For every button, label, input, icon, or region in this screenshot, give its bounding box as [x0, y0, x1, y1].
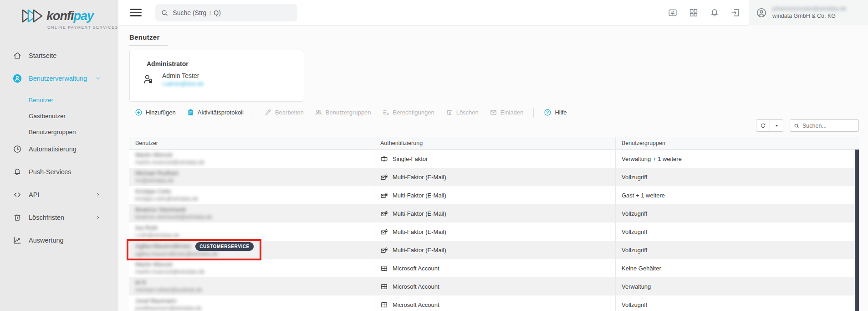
toolbar-loeschen-button: Löschen — [440, 106, 484, 119]
table-search-icon — [794, 123, 799, 129]
workspace-switch-icon[interactable] — [668, 8, 678, 18]
app-grid-icon[interactable] — [689, 8, 699, 18]
page-title: Benutzer — [129, 33, 868, 41]
caret-down-icon — [773, 122, 780, 129]
table-row[interactable]: Josef Baumann josefbaumann@windata.de Mi… — [129, 295, 859, 311]
table-row[interactable]: Aglika Mauersdbroes CUSTOMERSERVICE agli… — [129, 241, 859, 259]
auth-cell: Microsoft Account — [374, 295, 615, 311]
global-search-input[interactable] — [173, 9, 292, 16]
avatar-icon — [756, 7, 767, 18]
table-row[interactable]: Kristijan Celis kristijan.celis@windata.… — [129, 186, 859, 204]
auth-cell: Multi-Faktor (E-Mail) — [374, 241, 615, 259]
bell-icon — [13, 167, 22, 176]
table-row[interactable]: M R michael.ruthart@outlook.de Microsoft… — [129, 277, 859, 295]
groups-cell: Gast + 1 weitere — [615, 186, 859, 204]
user-circle-icon — [13, 74, 22, 83]
admin-email-redacted[interactable]: t.admin@test.de — [162, 81, 204, 87]
user-name-redacted: M R — [135, 279, 146, 287]
user-email-redacted: josefbaumann@windata.de — [135, 305, 202, 311]
toolbar-aktivitaetsprotokoll-button[interactable]: Aktivitätsprotokoll — [181, 106, 249, 119]
groups-cell: Vollzugriff — [615, 223, 859, 241]
refresh-options-button[interactable] — [770, 120, 783, 131]
table-row[interactable]: Beatrice Steinhardt beatrice.steinhardt@… — [129, 204, 859, 223]
auth-mfa-icon — [380, 192, 388, 199]
main-content: Benutzer Administrator Admin Tester t.ad… — [118, 26, 868, 311]
home-icon — [13, 51, 22, 60]
title-underline — [129, 45, 168, 46]
user-email-redacted: michael.ruthart@outlook.de — [135, 287, 202, 294]
person-lock-icon — [142, 73, 154, 85]
logout-icon[interactable] — [730, 8, 740, 18]
sidebar-item-benutzerverwaltung[interactable]: Benutzerverwaltung — [0, 69, 118, 88]
sidebar-item-loeschfristen[interactable]: Löschfristen — [0, 208, 118, 227]
sidebar-item-automatisierung[interactable]: Automatisierung — [0, 140, 118, 158]
column-header-0[interactable]: Benutzer — [129, 137, 374, 149]
admin-name: Admin Tester — [162, 72, 204, 79]
sidebar-item-api[interactable]: API — [0, 186, 118, 204]
toolbar-hilfe-button[interactable]: Hilfe — [538, 106, 572, 119]
user-name-redacted: Josef Baumann — [135, 297, 176, 305]
groups-cell: Keine Gehälter — [615, 259, 859, 277]
logo-triangles-icon — [21, 7, 45, 25]
table-search-input[interactable] — [802, 123, 855, 129]
administrator-card-title: Administrator — [147, 60, 304, 67]
auth-microsoft-icon — [380, 301, 388, 309]
table-header: BenutzerAuthentifizierungBenutzergruppen — [129, 137, 859, 150]
user-name-redacted: Michael Rudhart — [135, 170, 179, 177]
table-row[interactable]: Ina Roth i.roth@windata.de Multi-Faktor … — [129, 223, 859, 241]
auth-cell: Multi-Faktor (E-Mail) — [374, 204, 615, 223]
user-name-redacted: Ina Roth — [135, 224, 158, 232]
trash-icon — [445, 109, 453, 116]
code-icon — [13, 190, 22, 199]
notifications-icon[interactable] — [710, 8, 720, 18]
menu-toggle-icon[interactable] — [130, 7, 142, 18]
user-name-redacted: Aglika Mauersdbroes — [135, 243, 191, 250]
user-menu[interactable]: johannesmuster@windata.de windata GmbH &… — [749, 0, 868, 26]
groups-cell: Verwaltung + 1 weitere — [615, 150, 859, 168]
sidebar-item-push-services[interactable]: Push-Services — [0, 163, 118, 181]
user-cell: M R michael.ruthart@outlook.de — [129, 277, 374, 295]
refresh-button[interactable] — [756, 120, 770, 131]
table-row[interactable]: Michael Rudhart mr@windata.de Multi-Fakt… — [129, 168, 859, 186]
table-search[interactable] — [790, 119, 859, 132]
auth-cell: Multi-Faktor (E-Mail) — [374, 223, 615, 241]
auth-cell: Single-Faktor — [374, 150, 615, 168]
toolbar-hinzufuegen-button[interactable]: Hinzufügen — [129, 106, 181, 119]
toolbar-divider — [533, 108, 534, 118]
auth-microsoft-icon — [380, 283, 388, 290]
konfipay-logo: konfipay ONLINE PAYMENT SERVICES — [0, 0, 118, 39]
plus-circle-icon — [135, 109, 143, 116]
brand-name: konfipay — [46, 9, 93, 23]
table-row[interactable]: Martin Münzel martin.muenzel@windata.de … — [129, 259, 859, 277]
sidebar-item-startseite[interactable]: Startseite — [0, 47, 118, 65]
groups-cell: Vollzugriff — [615, 204, 859, 223]
table-scrollbar[interactable] — [855, 150, 859, 311]
user-cell: Martin Münzel martin.muenzel@windata.de — [129, 150, 374, 168]
global-search[interactable] — [155, 4, 297, 21]
sidebar-subitem-gastbenutzer[interactable]: Gastbenutzer — [0, 108, 118, 124]
user-email-redacted: kristijan.celis@windata.de — [135, 196, 198, 203]
chart-icon — [13, 236, 22, 245]
clipboard-icon — [187, 109, 194, 116]
sidebar-subitem-benutzergruppen[interactable]: Benutzergruppen — [0, 124, 118, 140]
groups-cell: Vollzugriff — [615, 168, 859, 186]
chevron-right-icon — [95, 214, 101, 221]
topbar-actions — [668, 8, 740, 18]
sidebar-subitem-benutzer[interactable]: Benutzer — [0, 92, 118, 108]
customerservice-badge: CUSTOMERSERVICE — [195, 242, 254, 251]
sidebar: konfipay ONLINE PAYMENT SERVICES Startse… — [0, 0, 118, 311]
table-row[interactable]: Martin Münzel martin.muenzel@windata.de … — [129, 150, 859, 168]
auth-mfa-icon — [380, 173, 388, 181]
user-email-redacted: johannesmuster@windata.de — [772, 5, 846, 13]
column-header-2[interactable]: Benutzergruppen — [615, 137, 859, 149]
sidebar-item-auswertung[interactable]: Auswertung — [0, 231, 118, 249]
administrator-card: Administrator Admin Tester t.admin@test.… — [129, 50, 304, 102]
users-table: BenutzerAuthentifizierungBenutzergruppen… — [129, 137, 859, 311]
groups-cell: Vollzugriff — [615, 241, 859, 259]
clock-icon — [13, 145, 22, 154]
app-window: konfipay ONLINE PAYMENT SERVICES Startse… — [0, 0, 868, 311]
column-header-1[interactable]: Authentifizierung — [374, 137, 615, 149]
chevron-right-icon — [95, 192, 101, 198]
auth-mfa-icon — [380, 210, 388, 218]
auth-microsoft-icon — [380, 264, 388, 272]
